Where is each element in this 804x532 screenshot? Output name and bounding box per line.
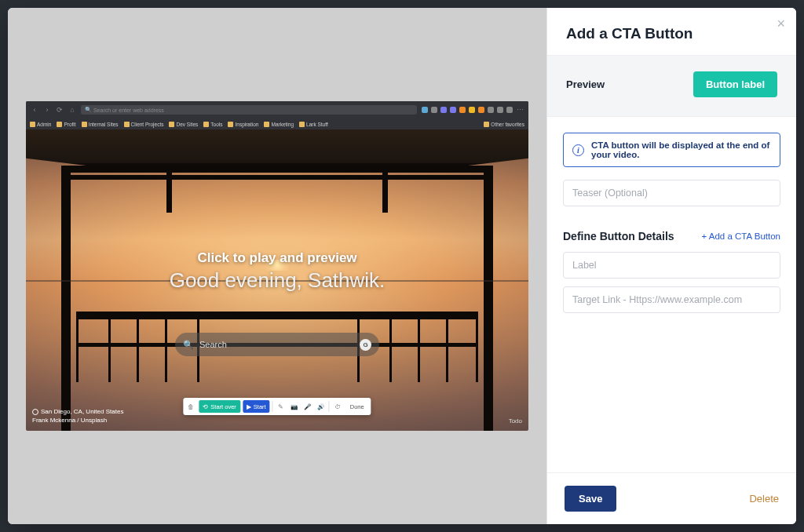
panel-header: Add a CTA Button [547, 8, 796, 55]
play-prompt: Click to play and preview [26, 250, 528, 266]
home-icon: ⌂ [68, 106, 76, 114]
photo-credit: San Diego, CA, United States Frank Mcken… [32, 408, 123, 425]
section-title: Define Button Details [563, 230, 674, 242]
panel-footer: Save Delete [547, 472, 796, 524]
preview-label: Preview [566, 78, 605, 90]
camera-icon[interactable]: 📷 [289, 400, 300, 413]
volume-icon[interactable]: 🔊 [316, 400, 327, 413]
cta-preview-button[interactable]: Button label [693, 71, 777, 97]
weather-widget: ☁ 26° Bengaluru [486, 134, 522, 153]
forward-icon: › [43, 106, 51, 114]
search-icon: 🔍 [183, 340, 194, 350]
cta-settings-panel: × Add a CTA Button Preview Button label … [546, 8, 796, 524]
label-input[interactable] [563, 252, 780, 279]
cta-button-modal: ‹ › ⟳ ⌂ 🔍 Search or enter web address ⋯ … [8, 8, 796, 524]
address-bar: 🔍 Search or enter web address [81, 105, 417, 115]
close-icon[interactable]: × [777, 16, 785, 32]
info-text: CTA button will be displayed at the end … [591, 140, 771, 159]
search-pill: 🔍 Search G [175, 333, 379, 356]
chrome-extensions: ⋯ [422, 106, 524, 114]
panel-title: Add a CTA Button [566, 25, 777, 42]
target-link-input[interactable] [563, 286, 780, 313]
bookmark-bar: Admin Profit Internal Sites Client Proje… [26, 118, 528, 130]
info-banner: i CTA button will be displayed at the en… [563, 133, 780, 167]
video-preview-pane: ‹ › ⟳ ⌂ 🔍 Search or enter web address ⋯ … [8, 8, 546, 524]
todo-label: Todo [509, 417, 522, 425]
save-button[interactable]: Save [565, 486, 616, 512]
recorder-toolbar: 🗑 ⟲ Start over ▶ Start ✎ 📷 🎤 🔊 ⏱ Done [183, 398, 371, 415]
more-icon: ⋯ [516, 106, 524, 114]
start-over-button[interactable]: ⟲ Start over [199, 400, 240, 413]
preview-row: Preview Button label [547, 55, 796, 117]
browser-chrome: ‹ › ⟳ ⌂ 🔍 Search or enter web address ⋯ [26, 101, 528, 118]
panel-body: i CTA button will be displayed at the en… [547, 117, 796, 472]
video-preview[interactable]: ‹ › ⟳ ⌂ 🔍 Search or enter web address ⋯ … [26, 101, 528, 431]
back-icon: ‹ [31, 106, 38, 114]
done-button[interactable]: Done [345, 400, 369, 413]
greeting-text: Good evening, Sathwik. [26, 268, 528, 293]
trash-icon[interactable]: 🗑 [185, 400, 196, 413]
start-button[interactable]: ▶ Start [243, 400, 270, 413]
mic-icon[interactable]: 🎤 [302, 400, 313, 413]
refresh-icon: ⟳ [56, 106, 64, 114]
add-cta-link[interactable]: + Add a CTA Button [702, 231, 780, 241]
button-details-header: Define Button Details + Add a CTA Button [563, 230, 780, 242]
pen-icon[interactable]: ✎ [276, 400, 287, 413]
info-icon: i [572, 144, 584, 156]
delete-link[interactable]: Delete [749, 493, 779, 505]
play-overlay[interactable]: Click to play and preview Good evening, … [26, 250, 528, 293]
teaser-input[interactable] [563, 180, 780, 206]
google-icon: G [360, 339, 371, 351]
timer-icon[interactable]: ⏱ [332, 400, 343, 413]
